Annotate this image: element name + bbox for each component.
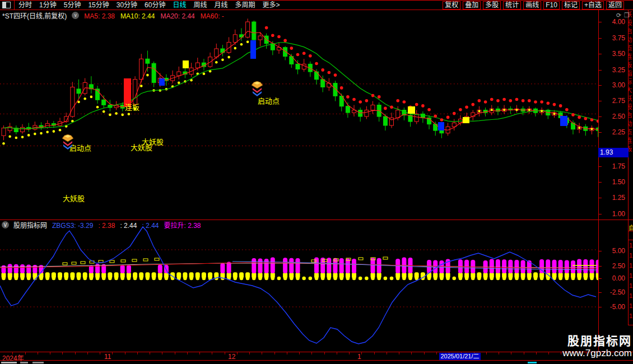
main-chart-canvas[interactable]: [0, 10, 598, 221]
indicator-value: : 2.44: [142, 222, 159, 230]
last-price-tag: 1.93: [598, 148, 629, 157]
axis-label: 1.25: [602, 194, 625, 202]
chart-label-大妖股: 大妖股: [142, 136, 164, 147]
period-item-30分钟[interactable]: 30分钟: [117, 1, 137, 10]
period-item-多周期[interactable]: 多周期: [235, 1, 255, 10]
toolbar-button-F10[interactable]: F10: [543, 1, 560, 10]
indicator-values: 股朋指标网ZBGS3: -3.29: 2.38: 2.44: 2.44要拉升: …: [13, 220, 206, 230]
watermark-url: www.7gpzb.com: [521, 348, 632, 358]
window-layout-icon[interactable]: [2, 2, 11, 8]
date-label: 2024年: [2, 353, 24, 362]
axis-label: 2.50: [602, 113, 625, 120]
chart-label-大妖股: 大妖股: [63, 193, 85, 203]
indicator-value: 股朋指标网: [13, 222, 47, 230]
toolbar-button-返回[interactable]: 返回: [606, 1, 624, 10]
indicator-header: ∨ 股朋指标网ZBGS3: -3.29: 2.38: 2.44: 2.44要拉升…: [2, 221, 206, 228]
chevron-down-icon[interactable]: ∨: [2, 221, 9, 228]
refresh-icon[interactable]: ⟳: [616, 12, 621, 19]
period-item-周线[interactable]: 周线: [193, 1, 207, 10]
axis-label: 4.00: [602, 18, 625, 26]
period-item-5分钟[interactable]: 5分钟: [64, 1, 81, 10]
ma-value: MA20: 2.44: [160, 12, 194, 20]
toolbar-separator: [14, 1, 15, 10]
axis-label: 2.75: [602, 97, 625, 105]
axis-label: 1.00: [602, 210, 625, 218]
period-item-日线[interactable]: 日线: [173, 1, 186, 10]
indicator-value: 要拉升: 2.38: [164, 222, 201, 230]
toolbar-button-多股[interactable]: 多股: [483, 1, 501, 10]
toolbar-button-画线[interactable]: 画线: [523, 1, 541, 10]
period-item-更多>[interactable]: 更多>: [263, 1, 280, 10]
toolbar-button-+自选[interactable]: +自选: [582, 1, 604, 10]
axis-label: 0.00: [602, 274, 625, 282]
right-strip-divider: [628, 10, 629, 325]
axis-label: 5.00: [602, 247, 625, 255]
axis-label: 3.50: [602, 50, 625, 58]
axis-divider: [598, 10, 599, 361]
toolbar-buttons: 复权叠加多股统计画线F10标记+自选返回: [443, 1, 624, 10]
right-edge-vertical-text: 妖股启动点连板指标大妖股启动点连板: [629, 11, 633, 218]
status-fragment: [528, 362, 537, 363]
toolbar-button-标记[interactable]: 标记: [562, 1, 580, 10]
axis-label: 2.25: [602, 128, 625, 136]
indicator-value: ZBGS3: -3.29: [52, 222, 93, 230]
selected-date-badge: 2025/01/21/二: [439, 353, 481, 360]
status-fragment: [32, 362, 44, 363]
axis-label: 1.50: [602, 178, 625, 186]
period-menu: 分时1分钟5分钟15分钟30分钟60分钟日线周线月线多周期更多>: [18, 1, 280, 10]
period-item-1分钟[interactable]: 1分钟: [39, 1, 57, 10]
panel-icon[interactable]: ❒: [624, 12, 630, 19]
axis-label: -5.00: [602, 303, 625, 311]
date-label: 1: [357, 353, 361, 361]
toolbar-button-统计[interactable]: 统计: [503, 1, 521, 10]
chart-label-连板: 连板: [125, 101, 139, 112]
chevron-down-icon[interactable]: ∨: [72, 12, 79, 19]
status-fragment: [20, 362, 28, 363]
ma-value: MA5: 2.38: [84, 12, 115, 20]
axis-label: 2.50: [602, 262, 625, 270]
watermark: 股朋指标网 www.7gpzb.com: [521, 334, 632, 358]
period-item-分时[interactable]: 分时: [18, 1, 32, 10]
ma-values: MA5: 2.38MA10: 2.44MA20: 2.44MA60: -: [84, 11, 229, 21]
period-item-月线[interactable]: 月线: [215, 1, 228, 10]
ma-value: MA60: -: [201, 12, 224, 20]
date-label: 11: [104, 353, 111, 361]
watermark-site-name: 股朋指标网: [521, 334, 632, 348]
toolbar: 分时1分钟5分钟15分钟30分钟60分钟日线周线月线多周期更多> 复权叠加多股统…: [0, 0, 633, 10]
axis-label: 3.75: [602, 34, 625, 42]
indicator-value: : 2.38: [98, 222, 115, 230]
title-row: *ST四环(日线,前复权) ∨ MA5: 2.38MA10: 2.44MA20:…: [2, 11, 230, 20]
axis-label: 1.75: [602, 162, 625, 170]
axis-label: -2.50: [602, 288, 625, 296]
toolbar-button-复权[interactable]: 复权: [443, 1, 460, 10]
ma-value: MA10: 2.44: [120, 12, 155, 20]
period-item-15分钟[interactable]: 15分钟: [88, 1, 109, 10]
date-label: 12: [228, 353, 235, 361]
indicator-chart-canvas[interactable]: [0, 220, 598, 352]
toolbar-button-叠加[interactable]: 叠加: [463, 1, 481, 10]
period-item-60分钟[interactable]: 60分钟: [145, 1, 165, 10]
axis-label: 3.00: [602, 81, 625, 89]
status-fragment: [1, 362, 17, 363]
symbol-title: *ST四环(日线,前复权): [2, 11, 67, 20]
indicator-value: : 2.44: [120, 222, 137, 230]
axis-label: 3.25: [602, 66, 625, 74]
